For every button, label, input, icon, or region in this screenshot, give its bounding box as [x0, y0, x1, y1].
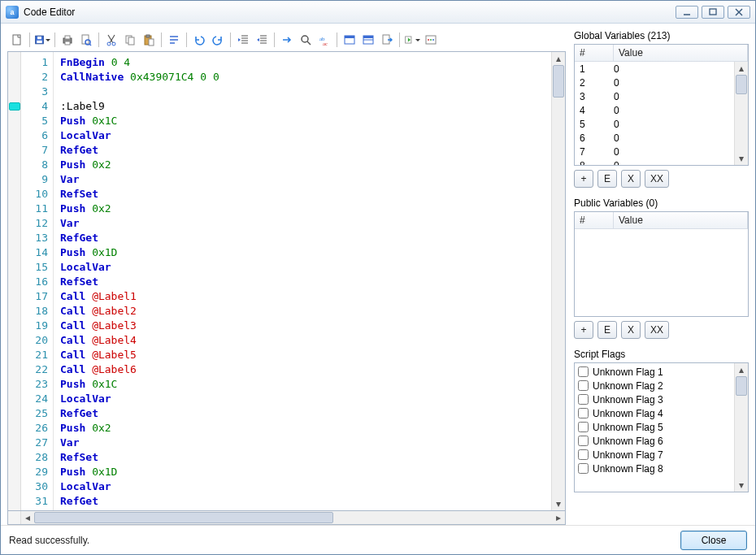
table-row[interactable]: 40: [575, 103, 734, 117]
close-button[interactable]: Close: [680, 531, 747, 550]
table-row[interactable]: 80: [575, 158, 734, 165]
code-line[interactable]: RefGet: [60, 494, 545, 509]
flag-checkbox[interactable]: [578, 408, 589, 418]
undo-button[interactable]: [191, 32, 207, 48]
flag-checkbox[interactable]: [578, 380, 589, 391]
flag-row[interactable]: Unknown Flag 7: [578, 448, 731, 462]
minimize-button[interactable]: [676, 6, 698, 19]
editor-vscrollbar[interactable]: ▴ ▾: [551, 52, 565, 510]
scroll-up-icon[interactable]: ▴: [552, 52, 565, 65]
code-line[interactable]: Call @Label4: [60, 333, 545, 348]
copy-button[interactable]: [122, 32, 138, 48]
scroll-thumb[interactable]: [553, 65, 564, 98]
flag-checkbox[interactable]: [578, 366, 589, 377]
gv-delete-button[interactable]: X: [621, 170, 641, 188]
gutter-marks[interactable]: [8, 52, 21, 510]
editor-hscrollbar[interactable]: ◂ ▸: [21, 511, 565, 524]
flag-row[interactable]: Unknown Flag 8: [578, 462, 731, 475]
code-area[interactable]: FnBegin 0 4CallNative 0x439071C4 0 0:Lab…: [54, 52, 551, 510]
pv-deleteall-button[interactable]: XX: [645, 321, 669, 339]
run-button[interactable]: [423, 32, 439, 48]
flag-checkbox[interactable]: [578, 394, 589, 405]
code-line[interactable]: RefSet: [60, 275, 545, 289]
breakpoint-icon[interactable]: [9, 102, 20, 111]
pv-add-button[interactable]: +: [574, 321, 593, 339]
code-line[interactable]: Push 0x1C: [60, 377, 545, 392]
code-line[interactable]: LocalVar: [60, 128, 545, 143]
outdent-button[interactable]: [235, 32, 251, 48]
replace-button[interactable]: abac: [316, 32, 332, 48]
table-row[interactable]: 10: [575, 62, 734, 76]
find-button[interactable]: [298, 32, 314, 48]
gv-scrollbar[interactable]: ▴ ▾: [734, 62, 748, 165]
gv-deleteall-button[interactable]: XX: [645, 170, 669, 188]
flag-checkbox[interactable]: [578, 422, 589, 432]
scroll-down-icon[interactable]: ▾: [552, 497, 565, 510]
code-line[interactable]: Push 0x1D: [60, 245, 545, 260]
flag-checkbox[interactable]: [578, 449, 589, 460]
new-button[interactable]: [9, 32, 25, 48]
win1-button[interactable]: [341, 32, 358, 48]
pv-edit-button[interactable]: E: [597, 321, 617, 339]
code-line[interactable]: LocalVar: [60, 479, 545, 494]
gv-edit-button[interactable]: E: [597, 170, 617, 188]
indent-button[interactable]: [254, 32, 270, 48]
col-value[interactable]: Value: [614, 45, 748, 61]
format-button[interactable]: [166, 32, 182, 48]
code-line[interactable]: Push 0x2: [60, 202, 545, 216]
scroll-left-icon[interactable]: ◂: [21, 511, 34, 524]
code-line[interactable]: Var: [60, 172, 545, 187]
code-line[interactable]: Call @Label2: [60, 304, 545, 319]
table-row[interactable]: 20: [575, 76, 734, 89]
preview-button[interactable]: [78, 32, 94, 48]
win2-button[interactable]: [360, 32, 376, 48]
print-button[interactable]: [59, 32, 76, 48]
code-line[interactable]: Var: [60, 436, 545, 450]
code-line[interactable]: RefGet: [60, 231, 545, 245]
table-row[interactable]: 60: [575, 131, 734, 145]
scroll-up-icon[interactable]: ▴: [735, 363, 748, 376]
cut-button[interactable]: [103, 32, 119, 48]
code-line[interactable]: Call @Label3: [60, 319, 545, 333]
table-row[interactable]: 50: [575, 117, 734, 131]
code-editor[interactable]: 1234567891011121314151617181920212223242…: [7, 51, 566, 511]
code-line[interactable]: LocalVar: [60, 260, 545, 275]
flag-row[interactable]: Unknown Flag 5: [578, 420, 731, 434]
code-line[interactable]: CallNative 0x439071C4 0 0: [60, 70, 545, 85]
code-line[interactable]: RefSet: [60, 187, 545, 202]
code-line[interactable]: [60, 85, 545, 99]
code-line[interactable]: Call @Label1: [60, 289, 545, 304]
code-line[interactable]: Push 0x1D: [60, 465, 545, 479]
flags-scrollbar[interactable]: ▴ ▾: [734, 363, 748, 492]
scroll-down-icon[interactable]: ▾: [735, 479, 748, 492]
code-line[interactable]: RefSet: [60, 450, 545, 465]
public-vars-rows[interactable]: [575, 229, 748, 316]
code-line[interactable]: Call @Label6: [60, 362, 545, 377]
col-value[interactable]: Value: [614, 212, 748, 228]
table-row[interactable]: 30: [575, 89, 734, 103]
flag-row[interactable]: Unknown Flag 4: [578, 406, 731, 420]
global-vars-rows[interactable]: 1020304050607080: [575, 62, 734, 165]
flag-row[interactable]: Unknown Flag 3: [578, 392, 731, 406]
code-line[interactable]: Push 0x1C: [60, 114, 545, 128]
run-down-button[interactable]: [404, 32, 420, 48]
redo-button[interactable]: [210, 32, 226, 48]
code-line[interactable]: :Label9: [60, 99, 545, 114]
flag-row[interactable]: Unknown Flag 2: [578, 379, 731, 392]
gv-add-button[interactable]: +: [574, 170, 593, 188]
scroll-up-icon[interactable]: ▴: [735, 62, 748, 75]
col-index[interactable]: #: [575, 212, 614, 228]
close-window-button[interactable]: [728, 6, 750, 19]
code-line[interactable]: RefGet: [60, 143, 545, 158]
code-line[interactable]: Push 0x2: [60, 421, 545, 436]
scroll-right-icon[interactable]: ▸: [552, 511, 565, 524]
paste-button[interactable]: [141, 32, 157, 48]
code-line[interactable]: Push 0x2: [60, 158, 545, 172]
scroll-down-icon[interactable]: ▾: [735, 152, 748, 165]
goto-button[interactable]: [279, 32, 295, 48]
code-line[interactable]: Var: [60, 216, 545, 231]
col-index[interactable]: #: [575, 45, 614, 61]
code-line[interactable]: Call @Label5: [60, 348, 545, 362]
code-line[interactable]: FnBegin 0 4: [60, 55, 545, 70]
flag-row[interactable]: Unknown Flag 6: [578, 434, 731, 448]
